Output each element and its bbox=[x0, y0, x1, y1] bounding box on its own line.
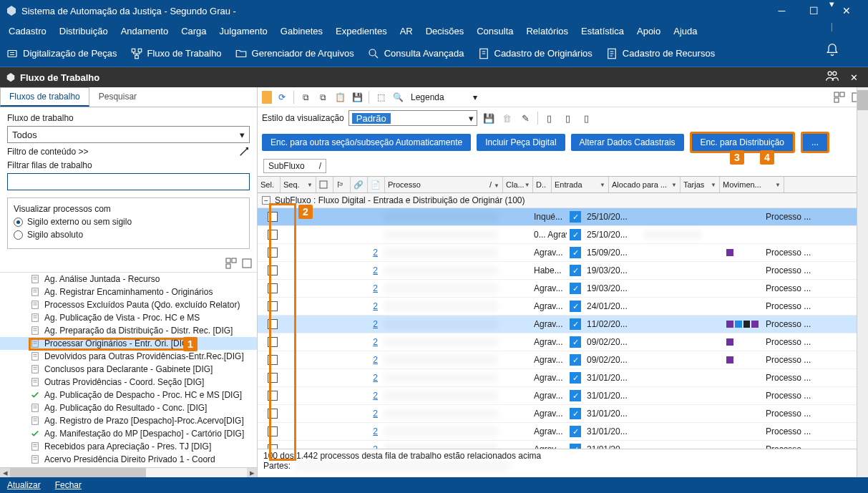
menu-expedientes[interactable]: Expedientes bbox=[330, 24, 393, 39]
users-icon[interactable] bbox=[824, 69, 840, 83]
new-icon[interactable] bbox=[262, 91, 272, 104]
tree-item[interactable]: Ag. Publicação do Resultado - Conc. [DIG… bbox=[0, 401, 257, 414]
table-row[interactable]: 2Agrav...✓31/01/20...Processo ... bbox=[258, 405, 868, 423]
action-more[interactable]: ... bbox=[801, 132, 829, 153]
table-row[interactable]: 2Agrav...✓09/02/20...Processo ... bbox=[258, 333, 868, 351]
col-icon4[interactable]: 📄 bbox=[368, 177, 385, 192]
tree-collapse-icon[interactable] bbox=[241, 258, 253, 269]
subflow-breadcrumb[interactable]: SubFluxo / bbox=[263, 159, 326, 173]
row-checkbox[interactable] bbox=[268, 283, 278, 293]
tree-item[interactable]: Processar Originários - Entr. Ori. [DIG] bbox=[0, 337, 257, 350]
tree-item[interactable]: Processos Excluídos Pauta (Qdo. excluído… bbox=[0, 298, 257, 311]
table-row[interactable]: 0... Agrav...✓25/10/20... bbox=[258, 226, 868, 244]
row-checkbox[interactable] bbox=[268, 355, 278, 365]
tree-item[interactable]: Ag. Preparação da Distribuição - Distr. … bbox=[0, 324, 257, 337]
search-icon[interactable]: 🔍 bbox=[391, 90, 405, 104]
row-checkbox[interactable] bbox=[268, 265, 278, 275]
toolbar-cadastro-rec[interactable]: Cadastro de Recursos bbox=[605, 47, 715, 60]
menu-relatórios[interactable]: Relatórios bbox=[520, 24, 574, 39]
tree-item[interactable]: Ag. Registrar Encaminhamento - Originári… bbox=[0, 285, 257, 298]
tab-pesquisar[interactable]: Pesquisar bbox=[89, 87, 146, 107]
action-enc-outra[interactable]: Enc. para outra seção/subseção Automatic… bbox=[262, 134, 471, 151]
table-row[interactable]: 2Agrav...✓31/01/20...Processo ... bbox=[258, 441, 868, 449]
col-entrada[interactable]: Entrada bbox=[555, 180, 582, 189]
table-row[interactable]: 2Agrav...✓11/02/20...Processo ... bbox=[258, 316, 868, 333]
menu-consulta[interactable]: Consulta bbox=[471, 24, 519, 39]
copy-icon[interactable]: ⧉ bbox=[298, 90, 313, 104]
row-checkbox[interactable] bbox=[268, 426, 278, 436]
tree-item[interactable]: Ag. Manifestação do MP [Despacho] - Cart… bbox=[0, 427, 257, 440]
table-row[interactable]: 2Agrav...✓09/02/20...Processo ... bbox=[258, 351, 868, 369]
row-checkbox[interactable] bbox=[268, 319, 278, 329]
legend-label[interactable]: Legenda bbox=[411, 92, 444, 102]
layout1-icon[interactable] bbox=[832, 90, 847, 104]
col-processo[interactable]: Processo bbox=[388, 180, 421, 189]
toolbar-dropdown-icon[interactable]: ▾ bbox=[829, 0, 834, 9]
row-checkbox[interactable] bbox=[268, 301, 278, 311]
refresh-icon[interactable]: ⟳ bbox=[275, 90, 289, 104]
tree-item[interactable]: Ag. Registro de Prazo [Despacho]-Proc.Ac… bbox=[0, 414, 257, 427]
menu-julgamento[interactable]: Julgamento bbox=[214, 24, 273, 39]
col-icon2[interactable]: 🏳 bbox=[333, 177, 351, 192]
tree-item[interactable]: Ag. Publicação de Despacho - Proc. HC e … bbox=[0, 389, 257, 401]
menu-carga[interactable]: Carga bbox=[175, 24, 212, 39]
table-row[interactable]: 2Habe...✓19/03/20...Processo ... bbox=[258, 262, 868, 280]
radio-sigilo-externo[interactable]: Sigilo externo ou sem sigilo bbox=[14, 217, 243, 227]
table-row[interactable]: 2Agrav...✓31/01/20...Processo ... bbox=[258, 369, 868, 387]
toolbar-fluxo[interactable]: Fluxo de Trabalho bbox=[130, 47, 222, 60]
vertical-scrollbar[interactable] bbox=[857, 87, 868, 477]
row-checkbox[interactable] bbox=[268, 337, 278, 347]
col-icon1[interactable] bbox=[316, 177, 333, 192]
col-icon3[interactable]: 🔗 bbox=[351, 177, 368, 192]
horizontal-scrollbar[interactable]: ◂▸ bbox=[0, 467, 257, 477]
group-icon[interactable]: ⬚ bbox=[374, 90, 388, 104]
table-row[interactable]: Inqué...✓25/10/20...Processo ... bbox=[258, 208, 868, 226]
flow-combo[interactable]: Todos ▾ bbox=[7, 126, 250, 143]
tree-item[interactable]: Ag. Publicação de Vista - Proc. HC e MS bbox=[0, 311, 257, 324]
paste-icon[interactable]: 📋 bbox=[333, 90, 347, 104]
col-d[interactable]: D.. bbox=[536, 180, 546, 189]
action-incluir[interactable]: Incluir Peça Digital bbox=[477, 134, 565, 151]
table-row[interactable]: 2Agrav...✓19/03/20...Processo ... bbox=[258, 280, 868, 298]
save2-icon[interactable]: 💾 bbox=[482, 111, 496, 125]
col-sel[interactable]: Sel. bbox=[260, 180, 274, 189]
minimize-button[interactable]: ─ bbox=[766, 0, 798, 21]
row-checkbox[interactable] bbox=[268, 248, 278, 258]
row-checkbox[interactable] bbox=[268, 391, 278, 401]
delete-icon[interactable]: 🗑 bbox=[500, 111, 515, 125]
menu-estatística[interactable]: Estatística bbox=[575, 24, 630, 39]
menu-decisões[interactable]: Decisões bbox=[420, 24, 469, 39]
doc3-icon[interactable]: ▯ bbox=[580, 111, 594, 125]
tree-item[interactable]: Devolvidos para Outras Providências-Entr… bbox=[0, 350, 257, 363]
tree-item[interactable]: Conclusos para Declarante - Gabinete [DI… bbox=[0, 363, 257, 376]
col-alocado[interactable]: Alocado para ... bbox=[612, 180, 667, 189]
toolbar-cadastro-orig[interactable]: Cadastro de Originários bbox=[477, 47, 593, 60]
menu-ar[interactable]: AR bbox=[394, 24, 419, 39]
table-row[interactable]: 2Agrav...✓31/01/20...Processo ... bbox=[258, 387, 868, 405]
menu-distribuição[interactable]: Distribuição bbox=[54, 24, 114, 39]
edit-icon[interactable]: ✎ bbox=[519, 111, 533, 125]
bell-icon[interactable] bbox=[825, 43, 839, 57]
save-icon[interactable]: 💾 bbox=[350, 90, 364, 104]
col-classe[interactable]: Cla... bbox=[506, 180, 525, 189]
cut-icon[interactable]: ⧉ bbox=[316, 90, 330, 104]
vis-style-combo[interactable]: Padrão ▾ bbox=[348, 110, 477, 126]
row-checkbox[interactable] bbox=[268, 444, 278, 449]
col-tarjas[interactable]: Tarjas bbox=[683, 180, 704, 189]
tree-item[interactable]: Acervo Presidência Direito Privado 1 - C… bbox=[0, 453, 257, 466]
row-checkbox[interactable] bbox=[268, 212, 278, 222]
tab-fluxos[interactable]: Fluxos de trabalho bbox=[0, 87, 89, 107]
row-checkbox[interactable] bbox=[268, 230, 278, 240]
tree-item[interactable]: Ag. Análise Juntada - Recurso bbox=[0, 273, 257, 285]
wand-icon[interactable] bbox=[238, 146, 250, 157]
footer-refresh[interactable]: Atualizar bbox=[7, 480, 41, 490]
toolbar-consulta[interactable]: Consulta Avançada bbox=[367, 47, 464, 60]
tree-item[interactable]: Recebidos para Apreciação - Pres. TJ [DI… bbox=[0, 440, 257, 453]
menu-gabinetes[interactable]: Gabinetes bbox=[275, 24, 328, 39]
table-row[interactable]: 2Agrav...✓15/09/20...Processo ... bbox=[258, 244, 868, 262]
tree-expand-icon[interactable] bbox=[225, 258, 237, 269]
queue-filter-input[interactable] bbox=[11, 176, 246, 186]
action-alterar[interactable]: Alterar Dados Cadastrais bbox=[571, 134, 684, 151]
legend-dropdown-icon[interactable]: ▾ bbox=[473, 92, 477, 102]
row-checkbox[interactable] bbox=[268, 409, 278, 419]
